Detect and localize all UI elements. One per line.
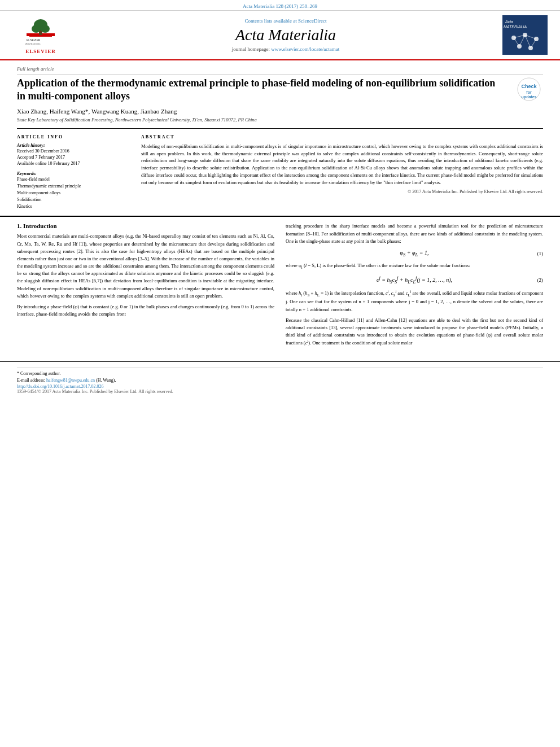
body-left-column: 1. Introduction Most commercial material… <box>17 222 274 350</box>
equation-2-block: cj = hScSj + hLcLj(j = 1, 2, …, n), (2) <box>286 276 543 285</box>
top-banner: Acta Materialia 128 (2017) 258–269 <box>0 0 560 11</box>
keyword-1: Phase-field model <box>17 176 130 183</box>
elsevier-tree-icon: ELSEVIER Acta Materialia <box>24 16 58 47</box>
corresponding-author-note: * Corresponding author. <box>17 370 543 377</box>
keywords-label: Keywords: <box>17 171 130 176</box>
svg-text:ELSEVIER: ELSEVIER <box>27 38 41 42</box>
elsevier-brand-label: ELSEVIER <box>25 49 56 54</box>
elsevier-logo: ELSEVIER Acta Materialia ELSEVIER <box>24 16 58 54</box>
article-history-label: Article history: <box>17 143 130 148</box>
crossmark-icon: Check for updates <box>517 77 542 102</box>
journal-logo-right: Acta MATERIALIA <box>497 15 553 55</box>
received-line: Received 30 December 2016 <box>17 148 130 154</box>
svg-text:updates: updates <box>521 95 536 99</box>
journal-header-center: Contents lists available at ScienceDirec… <box>75 18 497 52</box>
svg-point-4 <box>41 25 50 33</box>
main-body: 1. Introduction Most commercial material… <box>0 216 560 356</box>
footer-divider <box>17 368 543 368</box>
equation-1-text: φS + φL = 1, <box>286 250 543 257</box>
article-title: Application of the thermodynamic extrema… <box>17 77 543 103</box>
right-para-1: tracking procedure in the sharp interfac… <box>286 222 543 245</box>
article-section: Full length article Application of the t… <box>0 60 560 216</box>
intro-heading: 1. Introduction <box>17 222 274 229</box>
keywords-block: Keywords: Phase-field model Thermodynami… <box>17 171 130 210</box>
intro-para-2: By introducing a phase-field (φ) that is… <box>17 303 274 318</box>
abstract-column: ABSTRACT Modeling of non-equilibrium sol… <box>141 134 543 211</box>
keyword-5: Kinetics <box>17 203 130 210</box>
contents-available-text: Contents lists available at ScienceDirec… <box>75 18 497 24</box>
doi-link[interactable]: http://dx.doi.org/10.1016/j.actamat.2017… <box>17 384 103 389</box>
abstract-text: Modeling of non-equilibrium solidificati… <box>141 143 543 186</box>
publisher-logo-area: ELSEVIER Acta Materialia ELSEVIER <box>7 16 75 54</box>
issn-line: 1359-6454/© 2017 Acta Materialia Inc. Pu… <box>17 389 543 394</box>
available-line: Available online 10 February 2017 <box>17 160 130 167</box>
author-email[interactable]: haifengw81@nwpu.edu.cn <box>46 378 95 383</box>
svg-point-3 <box>32 25 41 33</box>
svg-text:for: for <box>526 90 532 94</box>
crossmark-logo: Check for updates <box>515 77 543 106</box>
journal-logo-icon: Acta MATERIALIA <box>502 15 548 55</box>
eq2-description: where hl (hS + hL = 1) is the interpolat… <box>286 289 543 313</box>
body-right-column: tracking procedure in the sharp interfac… <box>286 222 543 350</box>
article-history-block: Article history: Received 30 December 20… <box>17 143 130 167</box>
equation-1-block: φS + φL = 1, (1) <box>286 250 543 257</box>
journal-volume-info: Acta Materialia 128 (2017) 258–269 <box>243 3 317 9</box>
footer-section: * Corresponding author. E-mail address: … <box>0 361 560 397</box>
equation-2-number: (2) <box>537 277 544 283</box>
article-info-column: ARTICLE INFO Article history: Received 3… <box>17 134 130 211</box>
article-type-label: Full length article <box>17 66 543 75</box>
journal-header: ELSEVIER Acta Materialia ELSEVIER Conten… <box>0 11 560 60</box>
affiliation-line: State Key Laboratory of Solidification P… <box>17 117 543 123</box>
svg-rect-5 <box>29 35 52 37</box>
keyword-2: Thermodynamic extremal principle <box>17 183 130 190</box>
equation-1-number: (1) <box>537 251 544 256</box>
intro-para-1: Most commercial materials are multi-comp… <box>17 233 274 300</box>
accepted-line: Accepted 7 February 2017 <box>17 154 130 160</box>
article-info-heading: ARTICLE INFO <box>17 134 130 139</box>
copyright-line: © 2017 Acta Materialia Inc. Published by… <box>141 189 543 194</box>
svg-text:MATERIALIA: MATERIALIA <box>504 25 527 29</box>
keyword-4: Solidification <box>17 196 130 203</box>
acta-materialia-logo: Acta MATERIALIA <box>502 15 548 55</box>
article-info-abstract-section: ARTICLE INFO Article history: Received 3… <box>17 128 543 211</box>
journal-title: Acta Materialia <box>75 26 497 44</box>
right-para-2: Because the classical Cahn-Hillard [11] … <box>286 317 543 347</box>
keyword-3: Multi-component alloys <box>17 190 130 196</box>
journal-homepage-text: journal homepage: www.elsevier.com/locat… <box>75 46 497 52</box>
eq1-description: where φl (l = S, L) is the phase-field. … <box>286 262 543 271</box>
page-wrapper: Acta Materialia 128 (2017) 258–269 ELSEV… <box>0 0 560 397</box>
svg-text:Acta Materialia: Acta Materialia <box>25 42 41 45</box>
sciencedirect-link[interactable]: ScienceDirect <box>298 18 326 24</box>
journal-homepage-link[interactable]: www.elsevier.com/locate/actamat <box>271 46 339 52</box>
svg-text:Acta: Acta <box>505 20 513 24</box>
authors-line: Xiao Zhang, Haifeng Wang*, Wangwang Kuan… <box>17 108 543 115</box>
doi-line: http://dx.doi.org/10.1016/j.actamat.2017… <box>17 384 543 389</box>
abstract-heading: ABSTRACT <box>141 134 543 139</box>
email-line: E-mail address: haifengw81@nwpu.edu.cn (… <box>17 377 543 384</box>
equation-2-text: cj = hScSj + hLcLj(j = 1, 2, …, n), <box>286 276 543 285</box>
svg-text:Check: Check <box>521 84 537 89</box>
